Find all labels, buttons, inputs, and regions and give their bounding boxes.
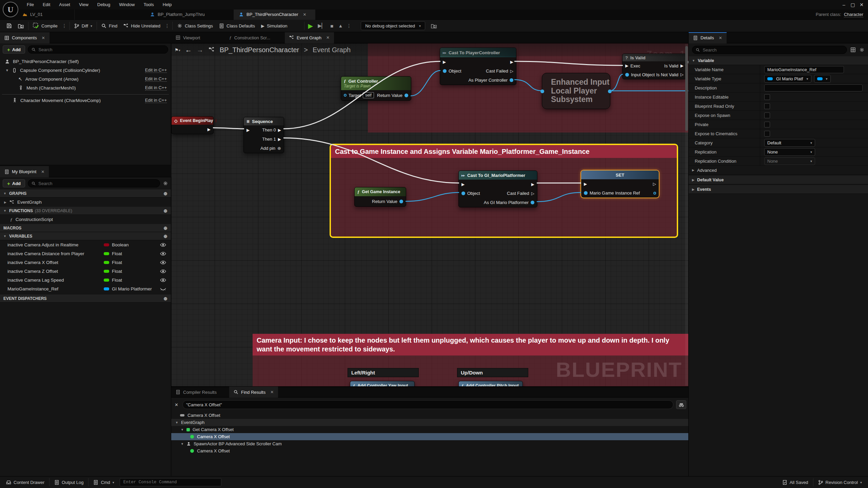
close-icon[interactable]: ✕: [41, 169, 44, 174]
expand-caret-icon[interactable]: ▼: [5, 68, 9, 72]
description-field[interactable]: [764, 84, 863, 92]
variable-row[interactable]: inactive Camera Lag Speed Float: [0, 276, 171, 284]
collapse-caret-icon[interactable]: ▼: [181, 428, 184, 431]
nav-forward-icon[interactable]: →: [197, 46, 203, 54]
debug-object-dropdown[interactable]: No debug object selected ▾: [361, 21, 425, 30]
breadcrumb-root[interactable]: BP_ThirdPersonCharacter: [220, 46, 299, 54]
menu-debug[interactable]: Debug: [93, 0, 115, 9]
components-search[interactable]: [28, 45, 168, 54]
is-valid-pin[interactable]: ▶: [680, 64, 684, 68]
exec-in-pin[interactable]: ▶: [461, 182, 465, 186]
tab-bp-thirdpersoncharacter[interactable]: BP_ThirdPersonCharacter ✕: [234, 9, 315, 20]
hide-unrelated-button[interactable]: Hide Unrelated: [120, 21, 163, 31]
frame-skip-button[interactable]: ▶▏: [315, 21, 328, 31]
output-pin[interactable]: [608, 89, 612, 93]
component-row-mesh[interactable]: Mesh (CharacterMesh0) Edit in C++: [0, 83, 171, 92]
variable-row[interactable]: inactive Camera X Offset Float: [0, 258, 171, 267]
exec-out-pin[interactable]: ▷: [653, 182, 656, 186]
collapse-caret-icon[interactable]: ▼: [181, 442, 184, 446]
node-get-controller[interactable]: ƒGet Controller Target is Pawn Target se…: [341, 76, 411, 101]
object-pin[interactable]: [461, 191, 465, 195]
eye-icon[interactable]: [160, 252, 166, 256]
menu-edit[interactable]: Edit: [38, 0, 55, 9]
target-self-value[interactable]: self: [363, 92, 374, 98]
open-global-find-button[interactable]: [676, 400, 686, 409]
tab-lv01[interactable]: LV_01: [18, 9, 75, 20]
find-result-row[interactable]: Camera X Offset: [171, 412, 688, 419]
find-result-row-eventgraph[interactable]: ▼ EventGraph: [171, 419, 688, 426]
output-log-button[interactable]: Output Log: [51, 476, 87, 488]
comment-title[interactable]: Cast to Game Instance and Assigns Variab…: [331, 145, 677, 158]
collapse-caret-icon[interactable]: ▼: [175, 421, 178, 424]
return-value-pin[interactable]: [399, 200, 403, 203]
section-variable[interactable]: ▼ Variable: [689, 56, 868, 65]
cmd-dropdown[interactable]: Cmd ▾: [90, 476, 117, 488]
add-graph-icon[interactable]: ⊕: [163, 191, 167, 196]
stop-button[interactable]: ■: [328, 21, 336, 31]
find-search[interactable]: [182, 400, 673, 409]
hide-unrelated-options-icon[interactable]: ⋮: [163, 23, 171, 28]
section-advanced[interactable]: ▶ Advanced: [689, 166, 868, 175]
value-out-pin[interactable]: [653, 192, 656, 195]
menu-window[interactable]: Window: [115, 0, 139, 9]
comment-left-right[interactable]: Left/Right: [348, 368, 419, 377]
replication-dropdown[interactable]: None ▾: [764, 148, 815, 156]
comment-up-down[interactable]: Up/Down: [457, 368, 528, 377]
component-row-movement[interactable]: Character Movement (CharMoveComp) Edit i…: [0, 96, 171, 105]
tab-viewport[interactable]: Viewport: [171, 32, 204, 43]
event-graph-canvas[interactable]: Cast to Game Instance and Assigns Variab…: [171, 43, 688, 386]
eye-closed-icon[interactable]: [160, 287, 166, 291]
compile-options-icon[interactable]: ⋮: [61, 23, 68, 28]
exec-out-pin[interactable]: ▶: [278, 128, 281, 132]
browse-asset-button[interactable]: [15, 21, 27, 31]
my-blueprint-search[interactable]: [28, 179, 160, 187]
cast-failed-pin[interactable]: ▷: [531, 191, 534, 196]
tab-event-graph[interactable]: Event Graph ✕: [285, 32, 334, 43]
exec-out-pin[interactable]: ▶: [510, 60, 513, 64]
tab-close-icon[interactable]: ✕: [303, 12, 306, 17]
unreal-logo-icon[interactable]: U: [3, 2, 18, 17]
find-button[interactable]: Find: [98, 21, 120, 31]
close-icon[interactable]: ✕: [326, 35, 330, 40]
edit-in-cpp-link[interactable]: Edit in C++: [145, 98, 167, 103]
close-icon[interactable]: ✕: [270, 390, 274, 394]
variable-row[interactable]: inactive Camera Adjust in Realtime Boole…: [0, 240, 171, 249]
console-command-input[interactable]: [123, 480, 218, 485]
menu-tools[interactable]: Tools: [139, 0, 158, 9]
input-object-pin[interactable]: [625, 73, 629, 77]
eye-icon[interactable]: [160, 278, 166, 282]
comment-title[interactable]: Camera Input: I chose to keep the nodes …: [253, 334, 688, 355]
replication-condition-dropdown[interactable]: None ▾: [764, 157, 815, 165]
eye-icon[interactable]: [160, 261, 166, 264]
as-gi-mario-platformer-pin[interactable]: [531, 201, 534, 204]
eye-icon[interactable]: [160, 243, 166, 247]
edit-in-cpp-link[interactable]: Edit in C++: [145, 85, 167, 90]
breadcrumb-current[interactable]: Event Graph: [313, 46, 351, 54]
as-player-controller-pin[interactable]: [510, 78, 513, 82]
instance-editable-checkbox[interactable]: [764, 94, 770, 100]
variable-row[interactable]: MarioGameInstance_Ref GI Mario Platforme…: [0, 284, 171, 293]
section-variables[interactable]: ▼ VARIABLES ⊕: [0, 232, 171, 240]
add-variable-icon[interactable]: ⊕: [163, 233, 167, 239]
row-eventgraph[interactable]: ▶ EventGraph: [0, 198, 171, 207]
clear-search-icon[interactable]: ✕: [173, 402, 180, 407]
node-is-valid[interactable]: ? Is Valid ▶Exec Is Valid▶ Input Object …: [622, 54, 687, 79]
node-get-game-instance[interactable]: ƒ Get Game Instance Return Value: [354, 187, 406, 207]
node-enhanced-input-subsystem[interactable]: Enhanced Input Local Player Subsystem: [542, 73, 610, 109]
menu-asset[interactable]: Asset: [55, 0, 75, 9]
compile-button[interactable]: Compile: [30, 21, 61, 31]
node-add-controller-yaw-input[interactable]: ƒ Add Controller Yaw Input: [350, 381, 415, 386]
nav-back-icon[interactable]: ←: [185, 46, 192, 54]
node-event-beginplay[interactable]: ◇ Event BeginPlay ▶: [171, 116, 214, 134]
section-default-value[interactable]: ▶ Default Value: [689, 176, 868, 184]
parent-class-link[interactable]: Character: [844, 12, 863, 17]
menu-view[interactable]: View: [75, 0, 93, 9]
save-button[interactable]: [3, 21, 15, 31]
graph-scrollbar-thumb[interactable]: [685, 46, 688, 131]
component-row-capsule[interactable]: ▼ Capsule Component (CollisionCylinder) …: [0, 66, 171, 75]
object-pin[interactable]: [443, 69, 447, 73]
tab-components[interactable]: Components ✕: [0, 32, 50, 43]
node-set-mario-game-instance-ref[interactable]: SET ▶▷ Mario Game Instance Ref: [580, 170, 659, 198]
expose-to-cinematics-checkbox[interactable]: [764, 131, 770, 137]
section-functions[interactable]: ▼ FUNCTIONS (33 OVERRIDABLE) ⊕: [0, 207, 171, 215]
